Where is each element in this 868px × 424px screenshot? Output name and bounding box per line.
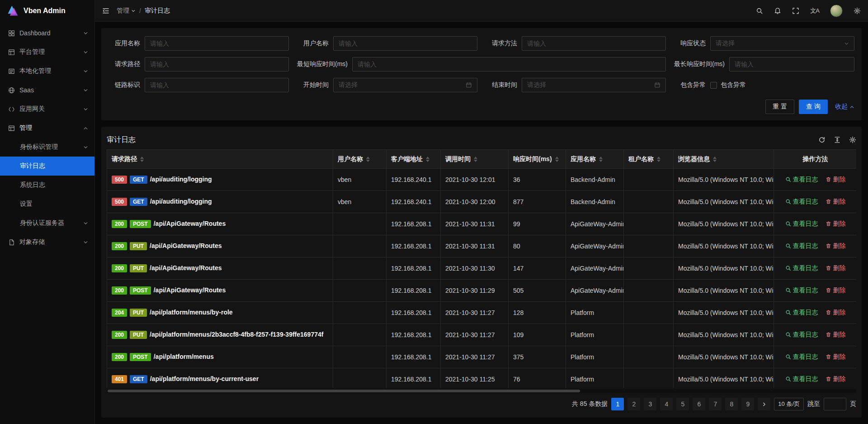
app-name-input[interactable] [145, 36, 289, 51]
max-time-input[interactable] [729, 57, 854, 71]
sort-icon[interactable] [140, 157, 144, 162]
http-status-select[interactable]: 请选择 [710, 36, 854, 51]
delete-button[interactable]: 删除 [826, 198, 846, 206]
view-log-button[interactable]: 查看日志 [785, 309, 818, 317]
delete-button[interactable]: 删除 [826, 375, 846, 383]
jump-page-input[interactable] [824, 398, 846, 410]
logo[interactable]: Vben Admin [0, 0, 94, 22]
trace-id-input[interactable] [145, 78, 289, 92]
column-header[interactable]: 请求路径 [107, 150, 333, 169]
page-button[interactable]: 8 [725, 398, 738, 410]
sidebar-subitem[interactable]: 审计日志 [0, 157, 94, 176]
user-name-input[interactable] [333, 36, 477, 51]
sidebar-item[interactable]: Dashboard [0, 24, 94, 43]
delete-button[interactable]: 删除 [826, 286, 846, 295]
translate-icon[interactable]: 文A [810, 7, 819, 15]
request-path-input[interactable] [145, 57, 289, 71]
page-button[interactable]: 7 [709, 398, 722, 410]
http-method-input[interactable] [522, 36, 666, 51]
actions-cell: 查看日志删除 [774, 302, 857, 324]
delete-button[interactable]: 删除 [826, 220, 846, 228]
view-log-button[interactable]: 查看日志 [785, 198, 818, 206]
min-time-input[interactable] [352, 57, 666, 71]
column-header[interactable]: 应用名称 [566, 150, 624, 169]
breadcrumb-current: 审计日志 [145, 7, 170, 15]
breadcrumb-parent[interactable]: 管理 [117, 7, 136, 15]
field-min-time: 最短响应时间(ms) [297, 57, 666, 71]
column-header[interactable]: 租户名称 [624, 150, 674, 169]
sort-icon[interactable] [599, 157, 603, 162]
view-log-button[interactable]: 查看日志 [785, 220, 818, 228]
reset-button[interactable]: 重 置 [765, 100, 794, 114]
column-header[interactable]: 调用时间 [441, 150, 509, 169]
delete-button[interactable]: 删除 [826, 264, 846, 272]
settings-gear-icon[interactable] [854, 7, 861, 14]
sidebar-subitem[interactable]: 身份标识管理 [0, 138, 94, 157]
browser-info-cell: Mozilla/5.0 (Windows NT 10.0; Win [674, 213, 774, 235]
app-name-cell: ApiGateWay-Admin [566, 213, 624, 235]
delete-button[interactable]: 删除 [826, 331, 846, 339]
logo-icon [6, 5, 19, 17]
page-button[interactable]: 9 [741, 398, 754, 410]
start-time-datepicker[interactable]: 请选择 [333, 78, 477, 92]
end-time-datepicker[interactable]: 请选择 [522, 78, 666, 92]
page-button[interactable]: 3 [644, 398, 656, 410]
trash-icon [826, 354, 831, 360]
view-log-button[interactable]: 查看日志 [785, 331, 818, 339]
delete-button[interactable]: 删除 [826, 176, 846, 184]
column-header[interactable]: 浏览器信息 [674, 150, 774, 169]
column-settings-gear-icon[interactable] [849, 136, 856, 143]
page-button[interactable]: 4 [660, 398, 673, 410]
elapsed-ms-cell: 109 [509, 324, 566, 346]
sidebar-item[interactable]: 应用网关 [0, 100, 94, 119]
refresh-icon[interactable] [818, 136, 826, 143]
row-height-icon[interactable] [834, 136, 841, 143]
page-size-select[interactable]: 10 条/页 [774, 398, 804, 410]
tenant-name-cell [624, 235, 674, 257]
view-log-button[interactable]: 查看日志 [785, 242, 818, 250]
view-log-button[interactable]: 查看日志 [785, 176, 818, 184]
field-max-time: 最长响应时间(ms) [674, 57, 854, 71]
sort-icon[interactable] [657, 157, 660, 162]
sort-icon[interactable] [555, 157, 559, 162]
sidebar-subitem[interactable]: 系统日志 [0, 176, 94, 195]
page-button[interactable]: 1 [611, 398, 624, 410]
view-log-button[interactable]: 查看日志 [785, 286, 818, 295]
menu-fold-icon[interactable] [102, 7, 109, 14]
column-header[interactable]: 用户名称 [333, 150, 387, 169]
sidebar-subitem[interactable]: 身份认证服务器 [0, 214, 94, 233]
sidebar-item[interactable]: 管理 [0, 119, 94, 138]
sort-icon[interactable] [366, 157, 370, 162]
collapse-toggle[interactable]: 收起 [835, 103, 854, 111]
search-button[interactable]: 查 询 [799, 100, 828, 114]
delete-button[interactable]: 删除 [826, 309, 846, 317]
page-button[interactable]: 6 [693, 398, 705, 410]
page-button[interactable]: 2 [627, 398, 640, 410]
sidebar-item[interactable]: Saas [0, 81, 94, 100]
sort-icon[interactable] [713, 157, 717, 162]
sort-icon[interactable] [474, 157, 477, 162]
delete-button[interactable]: 删除 [826, 353, 846, 361]
sort-icon[interactable] [426, 157, 429, 162]
page-button[interactable]: 5 [676, 398, 689, 410]
column-header[interactable]: 响应时间(ms) [509, 150, 566, 169]
column-header[interactable]: 客户端地址 [387, 150, 441, 169]
view-log-button[interactable]: 查看日志 [785, 264, 818, 272]
avatar[interactable] [830, 5, 843, 17]
next-page-button[interactable] [758, 398, 770, 410]
sidebar-item[interactable]: 平台管理 [0, 43, 94, 62]
view-log-button[interactable]: 查看日志 [785, 353, 818, 361]
fullscreen-icon[interactable] [792, 7, 799, 14]
delete-button[interactable]: 删除 [826, 242, 846, 250]
sidebar-item-label: 本地化管理 [19, 67, 79, 75]
checkbox-box[interactable] [710, 82, 717, 89]
has-exception-checkbox[interactable]: 包含异常 [710, 81, 746, 89]
sidebar-item[interactable]: 本地化管理 [0, 62, 94, 81]
scrollbar-thumb[interactable] [108, 390, 580, 392]
sidebar-subitem[interactable]: 设置 [0, 195, 94, 214]
notification-bell-icon[interactable] [774, 7, 781, 14]
localization-icon [8, 68, 15, 75]
search-icon[interactable] [756, 7, 763, 14]
view-log-button[interactable]: 查看日志 [785, 375, 818, 383]
sidebar-item[interactable]: 对象存储 [0, 233, 94, 252]
